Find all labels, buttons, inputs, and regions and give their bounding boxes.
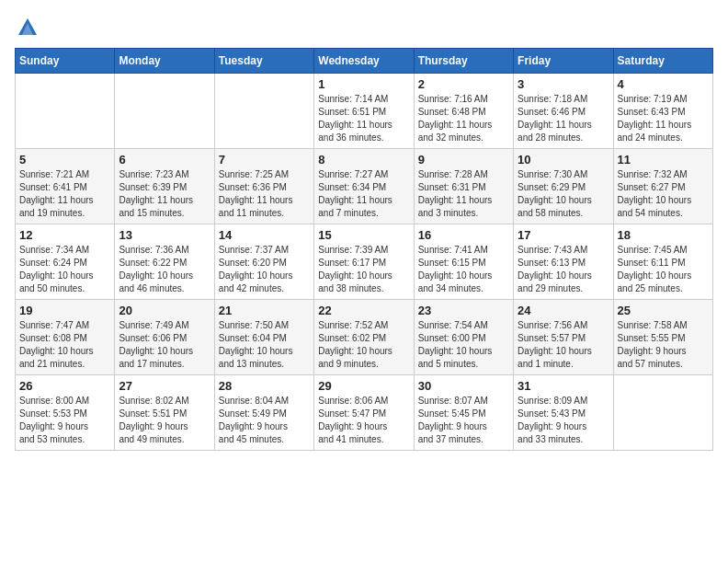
calendar-cell	[613, 375, 712, 451]
calendar-table: SundayMondayTuesdayWednesdayThursdayFrid…	[15, 48, 713, 451]
calendar-cell	[214, 74, 313, 149]
calendar-cell: 13Sunrise: 7:36 AM Sunset: 6:22 PM Dayli…	[115, 224, 214, 300]
calendar-cell: 8Sunrise: 7:27 AM Sunset: 6:34 PM Daylig…	[314, 149, 414, 224]
day-number: 6	[119, 153, 210, 167]
day-number: 14	[219, 228, 310, 242]
day-info: Sunrise: 7:49 AM Sunset: 6:06 PM Dayligh…	[119, 319, 210, 371]
day-number: 27	[119, 379, 210, 393]
calendar-header-row: SundayMondayTuesdayWednesdayThursdayFrid…	[16, 49, 713, 74]
day-number: 18	[618, 228, 709, 242]
week-row-2: 5Sunrise: 7:21 AM Sunset: 6:41 PM Daylig…	[16, 149, 713, 224]
calendar-cell: 28Sunrise: 8:04 AM Sunset: 5:49 PM Dayli…	[214, 375, 313, 451]
day-info: Sunrise: 7:30 AM Sunset: 6:29 PM Dayligh…	[518, 168, 609, 220]
day-number: 15	[318, 228, 409, 242]
calendar-cell: 6Sunrise: 7:23 AM Sunset: 6:39 PM Daylig…	[115, 149, 214, 224]
calendar-cell: 7Sunrise: 7:25 AM Sunset: 6:36 PM Daylig…	[214, 149, 313, 224]
calendar-cell	[16, 74, 115, 149]
column-header-wednesday: Wednesday	[314, 49, 414, 74]
week-row-5: 26Sunrise: 8:00 AM Sunset: 5:53 PM Dayli…	[16, 375, 713, 451]
day-info: Sunrise: 7:23 AM Sunset: 6:39 PM Dayligh…	[119, 168, 210, 220]
day-number: 20	[119, 304, 210, 317]
week-row-3: 12Sunrise: 7:34 AM Sunset: 6:24 PM Dayli…	[16, 224, 713, 300]
calendar-cell: 10Sunrise: 7:30 AM Sunset: 6:29 PM Dayli…	[514, 149, 613, 224]
day-number: 17	[518, 228, 609, 242]
day-info: Sunrise: 8:04 AM Sunset: 5:49 PM Dayligh…	[219, 395, 310, 446]
calendar-cell: 22Sunrise: 7:52 AM Sunset: 6:02 PM Dayli…	[314, 300, 414, 375]
day-info: Sunrise: 7:56 AM Sunset: 5:57 PM Dayligh…	[518, 319, 609, 371]
calendar-cell: 24Sunrise: 7:56 AM Sunset: 5:57 PM Dayli…	[514, 300, 613, 375]
calendar-cell: 18Sunrise: 7:45 AM Sunset: 6:11 PM Dayli…	[613, 224, 712, 300]
day-number: 19	[19, 304, 110, 317]
day-number: 26	[19, 379, 110, 393]
day-info: Sunrise: 7:16 AM Sunset: 6:48 PM Dayligh…	[418, 93, 509, 144]
day-number: 4	[618, 77, 709, 91]
calendar-cell: 5Sunrise: 7:21 AM Sunset: 6:41 PM Daylig…	[16, 149, 115, 224]
calendar-body: 1Sunrise: 7:14 AM Sunset: 6:51 PM Daylig…	[16, 74, 713, 451]
column-header-friday: Friday	[514, 49, 613, 74]
day-info: Sunrise: 8:00 AM Sunset: 5:53 PM Dayligh…	[19, 395, 110, 446]
column-header-thursday: Thursday	[414, 49, 513, 74]
day-info: Sunrise: 7:19 AM Sunset: 6:43 PM Dayligh…	[618, 93, 709, 144]
day-info: Sunrise: 8:06 AM Sunset: 5:47 PM Dayligh…	[318, 395, 409, 446]
day-number: 1	[318, 77, 409, 91]
week-row-1: 1Sunrise: 7:14 AM Sunset: 6:51 PM Daylig…	[16, 74, 713, 149]
day-info: Sunrise: 8:02 AM Sunset: 5:51 PM Dayligh…	[119, 395, 210, 446]
calendar-cell: 17Sunrise: 7:43 AM Sunset: 6:13 PM Dayli…	[514, 224, 613, 300]
day-info: Sunrise: 7:54 AM Sunset: 6:00 PM Dayligh…	[418, 319, 509, 371]
day-number: 12	[19, 228, 110, 242]
day-number: 7	[219, 153, 310, 167]
calendar-cell: 26Sunrise: 8:00 AM Sunset: 5:53 PM Dayli…	[16, 375, 115, 451]
column-header-tuesday: Tuesday	[214, 49, 313, 74]
calendar-cell: 30Sunrise: 8:07 AM Sunset: 5:45 PM Dayli…	[414, 375, 513, 451]
day-number: 28	[219, 379, 310, 393]
day-number: 22	[318, 304, 409, 317]
day-info: Sunrise: 7:45 AM Sunset: 6:11 PM Dayligh…	[618, 244, 709, 295]
calendar-cell: 25Sunrise: 7:58 AM Sunset: 5:55 PM Dayli…	[613, 300, 712, 375]
calendar-cell: 19Sunrise: 7:47 AM Sunset: 6:08 PM Dayli…	[16, 300, 115, 375]
calendar-cell: 12Sunrise: 7:34 AM Sunset: 6:24 PM Dayli…	[16, 224, 115, 300]
column-header-sunday: Sunday	[16, 49, 115, 74]
day-info: Sunrise: 7:28 AM Sunset: 6:31 PM Dayligh…	[418, 168, 509, 220]
day-number: 3	[518, 77, 609, 91]
calendar-cell: 20Sunrise: 7:49 AM Sunset: 6:06 PM Dayli…	[115, 300, 214, 375]
day-info: Sunrise: 7:27 AM Sunset: 6:34 PM Dayligh…	[318, 168, 409, 220]
day-info: Sunrise: 7:52 AM Sunset: 6:02 PM Dayligh…	[318, 319, 409, 371]
calendar-cell: 23Sunrise: 7:54 AM Sunset: 6:00 PM Dayli…	[414, 300, 513, 375]
day-number: 30	[418, 379, 509, 393]
column-header-monday: Monday	[115, 49, 214, 74]
day-number: 9	[418, 153, 509, 167]
day-info: Sunrise: 7:32 AM Sunset: 6:27 PM Dayligh…	[618, 168, 709, 220]
day-number: 23	[418, 304, 509, 317]
day-number: 11	[618, 153, 709, 167]
logo-icon	[15, 15, 40, 40]
day-info: Sunrise: 7:34 AM Sunset: 6:24 PM Dayligh…	[19, 244, 110, 295]
day-info: Sunrise: 7:25 AM Sunset: 6:36 PM Dayligh…	[219, 168, 310, 220]
day-number: 24	[518, 304, 609, 317]
day-info: Sunrise: 7:50 AM Sunset: 6:04 PM Dayligh…	[219, 319, 310, 371]
day-number: 25	[618, 304, 709, 317]
calendar-cell: 9Sunrise: 7:28 AM Sunset: 6:31 PM Daylig…	[414, 149, 513, 224]
day-number: 16	[418, 228, 509, 242]
calendar-cell: 3Sunrise: 7:18 AM Sunset: 6:46 PM Daylig…	[514, 74, 613, 149]
day-info: Sunrise: 7:39 AM Sunset: 6:17 PM Dayligh…	[318, 244, 409, 295]
day-number: 13	[119, 228, 210, 242]
calendar-cell	[115, 74, 214, 149]
day-number: 21	[219, 304, 310, 317]
day-number: 10	[518, 153, 609, 167]
calendar-cell: 29Sunrise: 8:06 AM Sunset: 5:47 PM Dayli…	[314, 375, 414, 451]
logo	[15, 15, 44, 40]
day-info: Sunrise: 8:07 AM Sunset: 5:45 PM Dayligh…	[418, 395, 509, 446]
page-header	[15, 15, 713, 40]
column-header-saturday: Saturday	[613, 49, 712, 74]
calendar-cell: 16Sunrise: 7:41 AM Sunset: 6:15 PM Dayli…	[414, 224, 513, 300]
day-info: Sunrise: 7:41 AM Sunset: 6:15 PM Dayligh…	[418, 244, 509, 295]
week-row-4: 19Sunrise: 7:47 AM Sunset: 6:08 PM Dayli…	[16, 300, 713, 375]
day-info: Sunrise: 7:36 AM Sunset: 6:22 PM Dayligh…	[119, 244, 210, 295]
day-number: 5	[19, 153, 110, 167]
calendar-cell: 2Sunrise: 7:16 AM Sunset: 6:48 PM Daylig…	[414, 74, 513, 149]
calendar-cell: 15Sunrise: 7:39 AM Sunset: 6:17 PM Dayli…	[314, 224, 414, 300]
day-info: Sunrise: 7:43 AM Sunset: 6:13 PM Dayligh…	[518, 244, 609, 295]
calendar-cell: 4Sunrise: 7:19 AM Sunset: 6:43 PM Daylig…	[613, 74, 712, 149]
day-info: Sunrise: 7:58 AM Sunset: 5:55 PM Dayligh…	[618, 319, 709, 371]
day-info: Sunrise: 7:47 AM Sunset: 6:08 PM Dayligh…	[19, 319, 110, 371]
